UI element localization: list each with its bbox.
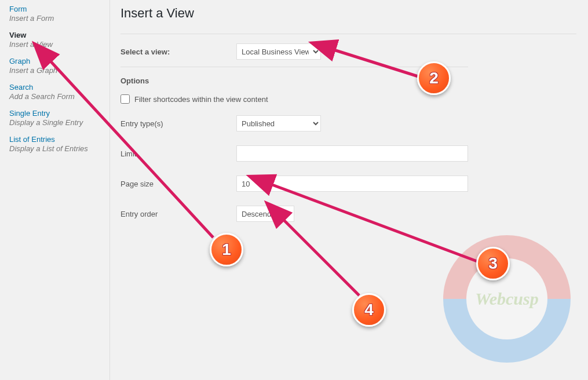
annotation-marker-1: 1 [210,233,243,266]
filter-shortcodes-checkbox[interactable] [120,94,130,104]
sidebar-item-desc: Display a List of Entries [9,144,101,153]
annotation-marker-2: 2 [417,61,451,95]
sidebar-item-title: List of Entries [9,135,101,144]
annotation-marker-3: 3 [476,247,510,280]
page-size-input[interactable] [236,176,468,192]
limit-input[interactable] [236,145,468,162]
sidebar-item-single-entry[interactable]: Single Entry Display a Single Entry [9,109,101,127]
entry-order-label: Entry order [120,210,236,218]
entry-types-label: Entry type(s) [120,119,236,128]
divider [120,34,576,34]
sidebar-item-search[interactable]: Search Add a Search Form [9,83,101,101]
select-view-dropdown[interactable]: Local Business View [236,43,321,60]
row-select-view: Select a view: Local Business View [120,43,468,60]
sidebar-item-desc: Display a Single Entry [9,118,101,127]
annotation-marker-4: 4 [352,293,386,327]
row-limit: Limit [120,145,468,162]
sidebar-item-desc: Insert a Graph [9,66,101,75]
sidebar-item-list-entries[interactable]: List of Entries Display a List of Entrie… [9,135,101,153]
page-size-label: Page size [120,180,236,188]
sidebar-item-title: View [9,31,101,39]
row-entry-types: Entry type(s) Published [120,115,468,131]
watermark-text: Webcusp [475,289,538,309]
sidebar: Form Insert a Form View Insert a View Gr… [0,0,110,380]
select-view-label: Select a view: [120,48,236,56]
sidebar-item-title: Search [9,83,101,92]
row-page-size: Page size [120,176,468,192]
sidebar-item-form[interactable]: Form Insert a Form [9,5,101,23]
sidebar-item-desc: Insert a Form [9,14,101,23]
sidebar-item-title: Form [9,5,101,13]
sidebar-item-view[interactable]: View Insert a View [9,31,101,49]
sidebar-item-graph[interactable]: Graph Insert a Graph [9,57,101,75]
sidebar-item-title: Graph [9,57,101,65]
entry-order-dropdown[interactable]: Descending [236,206,294,222]
sidebar-item-desc: Add a Search Form [9,92,101,101]
sidebar-item-desc: Insert a View [9,40,101,49]
divider [120,67,468,67]
row-entry-order: Entry order Descending [120,206,468,222]
sidebar-item-title: Single Entry [9,109,101,118]
page-title: Insert a View [120,6,576,27]
limit-label: Limit [120,149,236,158]
row-filter-shortcodes: Filter shortcodes within the view conten… [120,94,576,104]
filter-shortcodes-label[interactable]: Filter shortcodes within the view conten… [134,95,268,104]
options-heading: Options [120,76,576,85]
entry-types-dropdown[interactable]: Published [236,115,321,131]
